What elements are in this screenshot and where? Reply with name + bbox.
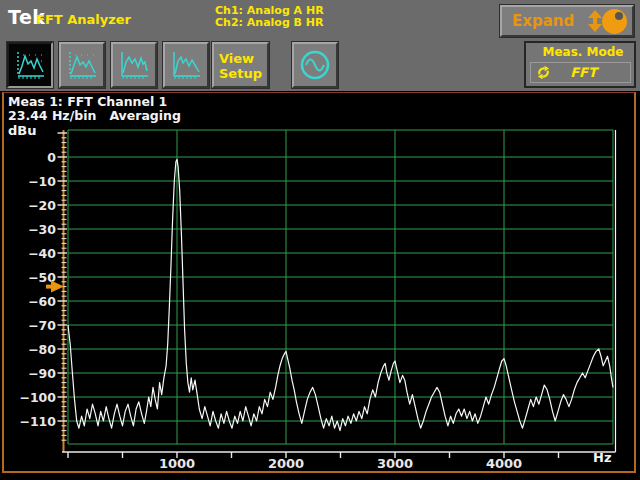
y-tick-label: −20 [28, 198, 56, 213]
y-tick-label: −60 [28, 294, 56, 309]
fft-analyzer-screen: Tek FFT Analyzer Ch1: Analog A HR Ch2: A… [0, 0, 640, 480]
y-tick-label: −110 [19, 414, 56, 429]
y-tick-label: −40 [28, 246, 56, 261]
ref-level-marker[interactable] [51, 281, 64, 293]
y-tick-label: −70 [28, 318, 56, 333]
x-tick-label: 3000 [377, 456, 413, 471]
y-tick-label: −30 [28, 222, 56, 237]
y-tick-label: −100 [19, 390, 56, 405]
y-tick-label: 0 [47, 150, 56, 165]
y-tick-label: −80 [28, 342, 56, 357]
x-tick-label: 4000 [486, 456, 522, 471]
x-tick-label: 2000 [268, 456, 304, 471]
y-tick-label: −10 [28, 174, 56, 189]
y-tick-label: −90 [28, 366, 56, 381]
fft-plot: 0−10−20−30−40−50−60−70−80−90−100−1101000… [0, 0, 640, 480]
fft-trace [68, 159, 613, 430]
x-tick-label: 1000 [159, 456, 195, 471]
